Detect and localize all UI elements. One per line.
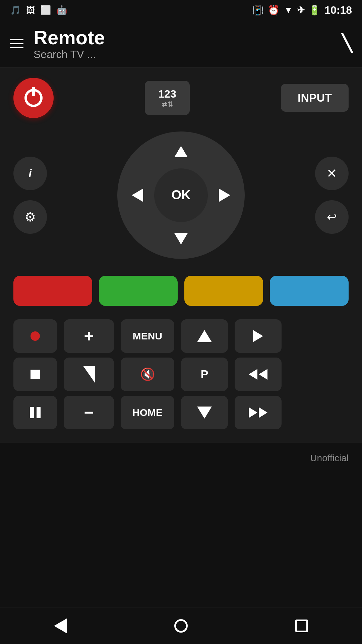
numpad-label: 123 [158, 88, 176, 100]
red-button[interactable] [13, 276, 92, 306]
status-icons-left: 🎵 🖼 ⬜ 🤖 [10, 5, 67, 15]
gear-icon: ⚙ [24, 210, 36, 224]
channel-up-button[interactable] [181, 319, 228, 353]
settings-button[interactable]: ⚙ [13, 200, 47, 234]
channel-label: P [181, 358, 228, 391]
minus-icon: − [84, 403, 94, 422]
channel-down-icon [197, 407, 212, 419]
record-icon [31, 331, 40, 341]
stop-icon [31, 370, 40, 379]
input-button[interactable]: INPUT [281, 84, 349, 112]
dpad-left-button[interactable] [121, 175, 154, 215]
remote-body: 123 ⇄⇅ INPUT i ⚙ [0, 68, 362, 443]
square-icon: ⬜ [40, 5, 51, 15]
airplane-icon: ✈ [297, 5, 305, 16]
pause-icon [30, 407, 41, 418]
volume-down-button[interactable]: − [64, 396, 114, 429]
right-side-buttons: ✕ ↩ [315, 157, 349, 234]
unofficial-label: Unofficial [310, 453, 349, 463]
up-arrow-icon [174, 146, 188, 157]
status-bar: 🎵 🖼 ⬜ 🤖 📳 ⏰ ▼ ✈ 🔋 10:18 [0, 0, 362, 20]
footer: Unofficial [0, 443, 362, 470]
dpad-area: i ⚙ OK [13, 131, 349, 259]
play-icon [253, 330, 263, 342]
image-icon: 🖼 [26, 5, 35, 15]
close-button[interactable]: ✕ [315, 157, 349, 190]
home-button[interactable]: HOME [121, 396, 174, 429]
top-row: 123 ⇄⇅ INPUT [13, 78, 349, 118]
dpad-up-button[interactable] [161, 135, 201, 168]
status-icons-right: 📳 ⏰ ▼ ✈ 🔋 10:18 [252, 4, 352, 16]
navigation-bar [0, 607, 362, 644]
fast-forward-button[interactable] [235, 396, 282, 429]
right-arrow-icon [219, 189, 230, 202]
fastforward-icon [249, 407, 267, 418]
volume-column: + − [64, 319, 114, 429]
media-column [235, 319, 282, 429]
numpad-sublabel: ⇄⇅ [162, 100, 173, 108]
back-icon: ↩ [327, 210, 337, 224]
channel-up-icon [197, 330, 212, 342]
volume-indicator [64, 358, 114, 391]
nav-recents-button[interactable] [295, 620, 308, 632]
more-options-button[interactable]: ╲ [342, 34, 352, 53]
menu-button[interactable] [10, 39, 23, 48]
pause-button[interactable] [13, 396, 57, 429]
channel-column: P [181, 319, 228, 429]
vibrate-icon: 📳 [252, 5, 264, 16]
spotify-icon: 🎵 [10, 5, 21, 15]
playback-column [13, 319, 57, 429]
nav-home-button[interactable] [174, 619, 188, 633]
ok-button[interactable]: OK [154, 168, 208, 222]
left-arrow-icon [132, 189, 143, 202]
alarm-icon: ⏰ [268, 5, 280, 16]
search-tv-label[interactable]: Search TV ... [34, 48, 332, 61]
volume-up-button[interactable]: + [64, 319, 114, 353]
dpad-down-button[interactable] [161, 222, 201, 256]
menu-button-remote[interactable]: MENU [121, 319, 174, 353]
nav-recents-icon [295, 620, 308, 632]
nav-back-icon [54, 619, 67, 633]
play-button[interactable] [235, 319, 282, 353]
rewind-button[interactable] [235, 358, 282, 391]
green-button[interactable] [99, 276, 178, 306]
plus-icon: + [84, 326, 94, 346]
battery-icon: 🔋 [309, 5, 320, 16]
yellow-button[interactable] [184, 276, 263, 306]
numpad-button[interactable]: 123 ⇄⇅ [145, 81, 189, 115]
wifi-icon: ▼ [284, 5, 293, 15]
power-button[interactable] [13, 78, 54, 118]
record-button[interactable] [13, 319, 57, 353]
header-text: Remote Search TV ... [34, 27, 332, 61]
android-icon: 🤖 [56, 5, 67, 15]
page-title: Remote [34, 27, 332, 48]
back-button[interactable]: ↩ [315, 200, 349, 234]
bottom-controls: + − MENU 🔇 HOME [13, 319, 349, 429]
status-time: 10:18 [324, 4, 352, 16]
color-buttons-row [13, 276, 349, 306]
dpad-right-button[interactable] [208, 175, 241, 215]
info-button[interactable]: i [13, 157, 47, 190]
volume-icon [83, 366, 95, 383]
rewind-icon [249, 369, 267, 380]
nav-back-button[interactable] [54, 619, 67, 633]
close-icon: ✕ [326, 166, 337, 181]
blue-button[interactable] [270, 276, 349, 306]
header: Remote Search TV ... ╲ [0, 20, 362, 68]
mute-button[interactable]: 🔇 [121, 358, 174, 391]
stop-button[interactable] [13, 358, 57, 391]
channel-down-button[interactable] [181, 396, 228, 429]
mute-icon: 🔇 [140, 367, 155, 381]
down-arrow-icon [174, 233, 188, 245]
left-side-buttons: i ⚙ [13, 157, 47, 234]
nav-home-icon [174, 619, 188, 633]
dpad: OK [117, 131, 245, 259]
center-column: MENU 🔇 HOME [121, 319, 174, 429]
